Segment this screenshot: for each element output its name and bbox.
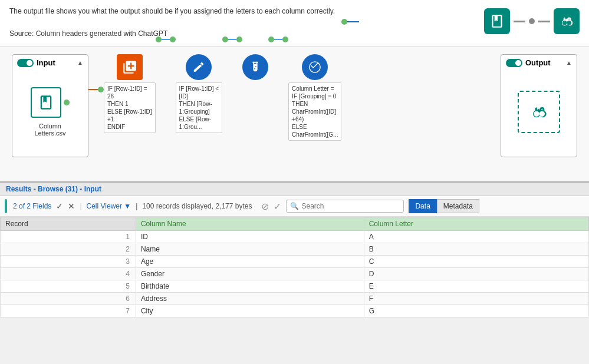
formula2-icon xyxy=(186,54,212,80)
formula2-label: IF [Row-1:ID] <[ID]THEN [Row-1:Grouping]… xyxy=(176,82,223,133)
select-label: Column Letter =IF [Grouping] = 0THENChar… xyxy=(288,82,341,141)
check-circle-icon[interactable]: ✓ xyxy=(274,201,281,212)
cell-letter: D xyxy=(364,268,588,280)
connector-line-3 xyxy=(228,39,236,40)
formula-node-2: IF [Row-1:ID] <[ID]THEN [Row-1:Grouping]… xyxy=(176,54,223,133)
cell-name: Gender xyxy=(136,268,364,280)
output-toggle[interactable] xyxy=(506,59,522,67)
tab-data[interactable]: Data xyxy=(409,199,436,213)
select-node: Column Letter =IF [Grouping] = 0THENChar… xyxy=(288,54,341,141)
results-header-text: Results - Browse (31) - Input xyxy=(6,185,101,193)
select-icon xyxy=(302,54,328,80)
action-icons: ⊘ ✓ xyxy=(261,201,281,212)
cell-record: 5 xyxy=(1,280,136,293)
tab-metadata[interactable]: Metadata xyxy=(437,199,479,213)
dot-2b xyxy=(170,37,176,42)
cell-name: Birthdate xyxy=(136,280,364,293)
input-toggle[interactable] xyxy=(17,59,34,67)
col-header-letter: Column Letter xyxy=(364,217,588,231)
cell-record: 6 xyxy=(1,293,136,305)
svg-point-0 xyxy=(310,62,320,72)
results-header: Results - Browse (31) - Input xyxy=(0,183,589,196)
search-input[interactable] xyxy=(301,202,400,210)
output-panel-header: Output ▲ xyxy=(506,58,572,67)
description-text: The output file shows you what the outpu… xyxy=(9,6,335,40)
cell-record: 2 xyxy=(1,243,136,256)
x-icon[interactable]: ✕ xyxy=(68,201,75,211)
cell-letter: B xyxy=(364,243,588,256)
output-node-container xyxy=(518,91,560,133)
tab-buttons: Data Metadata xyxy=(409,199,479,213)
cell-letter: G xyxy=(364,305,588,317)
cell-letter: A xyxy=(364,231,588,243)
viewer-chevron: ▼ xyxy=(124,202,131,210)
input-chevron[interactable]: ▲ xyxy=(77,59,83,66)
cell-letter: F xyxy=(364,293,588,305)
binoculars-icon-box xyxy=(554,8,580,34)
table-row: 6 Address F xyxy=(1,293,589,305)
connector-line-2 xyxy=(162,39,170,40)
results-area: Results - Browse (31) - Input 2 of 2 Fie… xyxy=(0,183,589,317)
table-row: 5 Birthdate E xyxy=(1,280,589,293)
connector-line-1 xyxy=(88,89,98,90)
top-connector-line2 xyxy=(538,21,550,22)
connector-line-4 xyxy=(274,39,282,40)
circle-slash-icon[interactable]: ⊘ xyxy=(261,201,269,212)
top-description-area: The output file shows you what the outpu… xyxy=(0,0,589,47)
search-box[interactable]: 🔍 xyxy=(286,200,404,213)
select-node-wrapper: Column Letter =IF [Grouping] = 0THENChar… xyxy=(288,54,341,141)
table-row: 1 ID A xyxy=(1,231,589,243)
cell-name: ID xyxy=(136,231,364,243)
cell-letter: C xyxy=(364,256,588,268)
lab-node xyxy=(242,54,268,80)
output-chevron[interactable]: ▲ xyxy=(566,59,572,66)
toolbar: 2 of 2 Fields ✓ ✕ | Cell Viewer ▼ | 100 … xyxy=(0,196,589,217)
formula-node-2-wrapper: IF [Row-1:ID] <[ID]THEN [Row-1:Grouping]… xyxy=(176,54,223,133)
toolbar-indicator xyxy=(5,199,7,213)
fields-selector[interactable]: 2 of 2 Fields xyxy=(13,202,51,210)
connector-3 xyxy=(222,37,242,42)
connector-2 xyxy=(156,37,176,42)
formula1-icon xyxy=(117,54,143,80)
workflow-row: Input ▲ ColumnLetters.csv xyxy=(12,54,577,174)
formula-node-1: IF [Row-1:ID] =26THEN 1ELSE [Row-1:ID]+1… xyxy=(104,54,156,133)
cell-record: 1 xyxy=(1,231,136,243)
dot-5a xyxy=(341,19,347,25)
table-row: 3 Age C xyxy=(1,256,589,268)
top-icons-area xyxy=(484,8,580,34)
table-row: 7 City G xyxy=(1,305,589,317)
csv-icon xyxy=(31,87,61,118)
separator-1: | xyxy=(80,202,81,210)
connector-4 xyxy=(268,37,288,42)
viewer-selector[interactable]: Cell Viewer ▼ xyxy=(87,202,131,210)
connector-5 xyxy=(341,19,359,25)
col-header-record: Record xyxy=(1,217,136,231)
dot-3a xyxy=(222,37,228,42)
cell-record: 4 xyxy=(1,268,136,280)
formula1-label: IF [Row-1:ID] =26THEN 1ELSE [Row-1:ID]+1… xyxy=(104,82,156,133)
output-panel: Output ▲ xyxy=(501,54,577,157)
dot-1 xyxy=(98,87,104,92)
lab-node-wrapper xyxy=(242,54,268,80)
cell-name: City xyxy=(136,305,364,317)
search-icon: 🔍 xyxy=(290,202,299,210)
dot-4a xyxy=(268,37,274,42)
input-node-row xyxy=(31,87,70,118)
dot-4b xyxy=(282,37,288,42)
input-label: Input xyxy=(37,58,55,67)
dot-2a xyxy=(156,37,162,42)
cell-name: Age xyxy=(136,256,364,268)
lab-icon xyxy=(242,54,268,80)
data-table: Record Column Name Column Letter 1 ID A … xyxy=(0,217,589,317)
input-panel-header: Input ▲ xyxy=(17,58,83,67)
col-header-name: Column Name xyxy=(136,217,364,231)
viewer-label: Cell Viewer xyxy=(87,202,122,210)
cell-name: Name xyxy=(136,243,364,256)
cell-record: 3 xyxy=(1,256,136,268)
table-row: 4 Gender D xyxy=(1,268,589,280)
separator-pipe: | xyxy=(136,202,137,210)
dot-3b xyxy=(236,37,242,42)
cell-name: Address xyxy=(136,293,364,305)
connector-line-5 xyxy=(347,21,359,22)
input-node-container: ColumnLetters.csv xyxy=(31,87,70,137)
